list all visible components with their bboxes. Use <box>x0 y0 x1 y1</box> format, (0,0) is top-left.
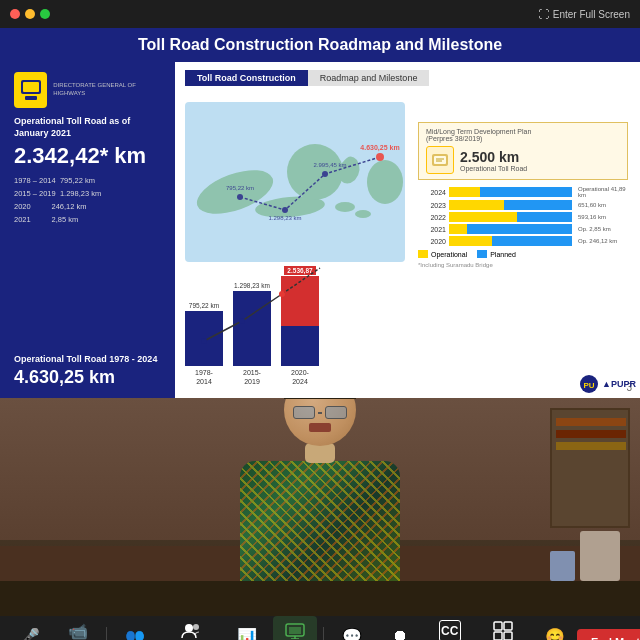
chat-icon: 💬 <box>341 625 363 640</box>
milestone-icon <box>426 146 454 174</box>
invite-icon: 👥 <box>124 625 146 640</box>
svg-rect-2 <box>23 82 39 92</box>
svg-text:1.298,23 km: 1.298,23 km <box>268 215 301 221</box>
year-row-1: 1978 – 2014 795,22 km <box>14 175 161 188</box>
video-area <box>0 398 640 616</box>
year-data-rows: 2024 Operational 41,89 km 2023 <box>418 186 628 246</box>
mute-icon: 🎤 <box>19 625 41 640</box>
right-panel: Toll Road Construction Roadmap and Miles… <box>175 62 640 398</box>
bar-1978-rect <box>185 311 223 366</box>
year-2024-row: 2024 Operational 41,89 km <box>418 186 628 198</box>
closed-caption-button[interactable]: CC Closed Caption <box>426 616 474 640</box>
invite-button[interactable]: 👥 Invite <box>113 621 157 640</box>
slide-title: Toll Road Construction Roadmap and Miles… <box>138 36 502 53</box>
svg-rect-20 <box>434 156 446 164</box>
title-bar: ⛶ Enter Full Screen <box>0 0 640 28</box>
year-2021-row: 2021 Op. 2,85 km <box>418 224 628 234</box>
year-row-3: 2020 246,12 km <box>14 201 161 214</box>
year-row-4: 2021 2,85 km <box>14 214 161 227</box>
bottom-operational: Operational Toll Road 1978 - 2024 4.630,… <box>14 354 161 388</box>
fullscreen-control[interactable]: ⛶ Enter Full Screen <box>538 8 630 20</box>
year-2023-row: 2023 651,60 km <box>418 200 628 210</box>
person-figure <box>210 406 430 581</box>
svg-rect-37 <box>494 632 502 640</box>
main-km-number: 2.342,42* km <box>14 143 161 169</box>
breakout-icon <box>492 620 514 640</box>
legend-planned: Planned <box>477 250 516 258</box>
milestone-km: 2.500 km <box>460 149 527 165</box>
bar-1978: 795,22 km 1978-2014 <box>185 302 223 386</box>
footnote: *Including Suramadu Bridge <box>418 262 628 268</box>
logo-box <box>14 72 47 108</box>
svg-text:2.995,45 km: 2.995,45 km <box>313 162 346 168</box>
person-body <box>240 461 400 581</box>
svg-text:795,22 km: 795,22 km <box>226 185 254 191</box>
fullscreen-label: Enter Full Screen <box>553 9 630 20</box>
share-screen-button[interactable]: Share Screen <box>273 616 317 640</box>
video-feed <box>0 398 640 616</box>
person-head <box>284 398 356 446</box>
bar-chart: 795,22 km 1978-2014 1.298,23 km 2015-201… <box>185 266 319 386</box>
svg-point-14 <box>376 153 384 161</box>
desk-item-2 <box>550 551 575 581</box>
title-bar-left <box>10 9 50 19</box>
year-2022-row: 2022 593,16 km <box>418 212 628 222</box>
bottom-op-title: Operational Toll Road 1978 - 2024 <box>14 354 161 364</box>
reactions-icon: 😊 <box>544 625 566 640</box>
record-icon: ⏺ <box>389 625 411 640</box>
svg-point-10 <box>355 210 371 218</box>
svg-point-30 <box>193 624 199 630</box>
svg-point-7 <box>287 144 343 200</box>
breakout-rooms-button[interactable]: Breakout Rooms <box>478 616 529 640</box>
milestone-box: Mid/Long Term Development Plan(Perpres 3… <box>418 122 628 180</box>
legend-operational: Operational <box>418 250 467 258</box>
tab-row: Toll Road Construction Roadmap and Miles… <box>185 70 630 86</box>
polls-icon: 📊 <box>236 625 258 640</box>
bar-2020-rect <box>281 276 319 366</box>
milestone-plan-title: Mid/Long Term Development Plan(Perpres 3… <box>426 128 620 142</box>
maximize-button[interactable] <box>40 9 50 19</box>
start-video-button[interactable]: 📹 Start Video <box>56 616 100 640</box>
reactions-button[interactable]: 😊 Reactions <box>533 621 577 640</box>
app-window: ⛶ Enter Full Screen Toll Road Constructi… <box>0 0 640 640</box>
bar-2015-rect <box>233 291 271 366</box>
svg-rect-35 <box>494 622 502 630</box>
svg-rect-32 <box>289 627 301 634</box>
slide-content: DIRECTORATE GENERAL OF HIGHWAYS Operatio… <box>0 62 640 398</box>
manage-participants-button[interactable]: Manage Participants <box>161 616 221 640</box>
polls-button[interactable]: 📊 Polls <box>225 621 269 640</box>
divider-2 <box>323 627 324 640</box>
divider-1 <box>106 627 107 640</box>
person-neck <box>305 443 335 463</box>
bottom-op-number: 4.630,25 km <box>14 367 161 388</box>
bar-2020: 2.536,87 2020-2024 <box>281 267 319 386</box>
end-meeting-button[interactable]: End Meeting <box>577 629 640 640</box>
chart-legend: Operational Planned <box>418 250 628 258</box>
pupr-logo: PU ▲PUPR <box>579 374 636 394</box>
person-glasses <box>293 406 348 419</box>
slide-container: Toll Road Construction Roadmap and Miles… <box>0 28 640 398</box>
svg-rect-38 <box>504 632 512 640</box>
svg-point-8 <box>367 160 403 204</box>
record-button[interactable]: ⏺ Record <box>378 621 422 640</box>
share-screen-icon <box>284 620 306 640</box>
logo-area: DIRECTORATE GENERAL OF HIGHWAYS <box>14 72 161 108</box>
mute-button[interactable]: 🎤 Mute <box>8 621 52 640</box>
main-content: Toll Road Construction Roadmap and Miles… <box>0 28 640 640</box>
years-list: 1978 – 2014 795,22 km 2015 – 2019 1.298,… <box>14 175 161 226</box>
tab-roadmap-inactive[interactable]: Roadmap and Milestone <box>308 70 430 86</box>
data-panel: Mid/Long Term Development Plan(Perpres 3… <box>418 122 628 268</box>
desk-item <box>580 531 620 581</box>
tab-toll-road-active[interactable]: Toll Road Construction <box>185 70 308 86</box>
chat-button[interactable]: 💬 Chat <box>330 621 374 640</box>
minimize-button[interactable] <box>25 9 35 19</box>
milestone-sub: Operational Toll Road <box>460 165 527 172</box>
svg-text:4.630,25 km: 4.630,25 km <box>360 144 399 152</box>
presentation-area: Toll Road Construction Roadmap and Miles… <box>0 28 640 398</box>
logo-text: DIRECTORATE GENERAL OF HIGHWAYS <box>53 82 161 98</box>
svg-rect-36 <box>504 622 512 630</box>
close-button[interactable] <box>10 9 20 19</box>
traffic-lights <box>10 9 50 19</box>
operational-title: Operational Toll Road as of January 2021 <box>14 116 161 139</box>
svg-rect-3 <box>25 96 37 100</box>
